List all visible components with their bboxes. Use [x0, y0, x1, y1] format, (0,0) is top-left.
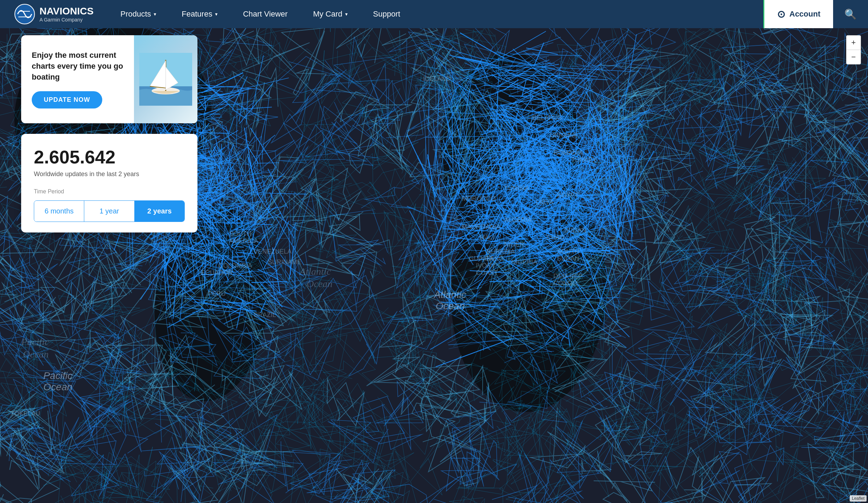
zoom-out-button[interactable]: − [846, 50, 861, 64]
stats-number: 2.605.642 [34, 147, 185, 168]
stats-card: 2.605.642 Worldwide updates in the last … [21, 134, 197, 232]
time-6months-button[interactable]: 6 months [34, 201, 84, 222]
nav-chart-viewer[interactable]: Chart Viewer [230, 0, 300, 28]
nav-links: Products ▾ Features ▾ Chart Viewer My Ca… [108, 0, 764, 28]
sailboat-svg [139, 53, 192, 106]
nav-support[interactable]: Support [360, 0, 413, 28]
account-icon: ⊙ [777, 8, 785, 20]
logo-name: NAVIONICS [39, 6, 94, 17]
time-period-buttons: 6 months 1 year 2 years [34, 200, 185, 222]
logo[interactable]: NAVIONICS A Garmin Company [0, 4, 108, 25]
search-icon: 🔍 [844, 8, 857, 20]
map-controls: + − [846, 35, 861, 64]
time-period-label: Time Period [34, 188, 185, 195]
time-2years-button[interactable]: 2 years [135, 201, 184, 222]
nav-my-card[interactable]: My Card ▾ [300, 0, 360, 28]
navionics-logo-icon [14, 4, 35, 25]
nav-account[interactable]: ⊙ Account [763, 0, 833, 28]
nav-search[interactable]: 🔍 [833, 0, 868, 28]
nav-features[interactable]: Features ▾ [169, 0, 230, 28]
chevron-down-icon: ▾ [215, 11, 218, 17]
promo-card: Enjoy the most current charts every time… [21, 35, 197, 123]
promo-sailboat-image [134, 35, 197, 123]
navigation: NAVIONICS A Garmin Company Products ▾ Fe… [0, 0, 868, 28]
promo-text: Enjoy the most current charts every time… [32, 50, 123, 82]
nav-products[interactable]: Products ▾ [108, 0, 169, 28]
leaflet-credit: Leaflet [850, 495, 867, 502]
logo-sub: A Garmin Company [39, 17, 94, 23]
time-1year-button[interactable]: 1 year [84, 201, 134, 222]
account-label: Account [789, 10, 820, 19]
chevron-down-icon: ▾ [154, 11, 156, 17]
zoom-in-button[interactable]: + [846, 36, 861, 50]
stats-desc: Worldwide updates in the last 2 years [34, 170, 185, 178]
update-now-button[interactable]: UPDATE NOW [32, 91, 102, 108]
promo-content: Enjoy the most current charts every time… [21, 35, 134, 123]
chevron-down-icon: ▾ [345, 11, 348, 17]
